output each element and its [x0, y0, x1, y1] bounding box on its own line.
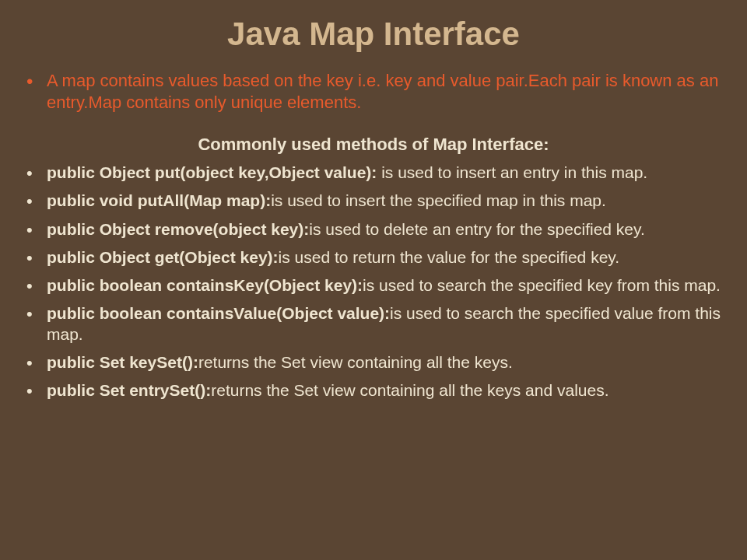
method-signature: public boolean containsValue(Object valu…	[47, 304, 390, 322]
method-signature: public boolean containsKey(Object key):	[47, 276, 363, 294]
method-signature: public Set entrySet():	[47, 381, 211, 399]
intro-text: A map contains values based on the key i…	[23, 70, 724, 113]
method-description: is used to insert an entry in this map.	[377, 163, 647, 181]
method-signature: public Object remove(object key):	[47, 220, 309, 238]
list-item: public Set keySet():returns the Set view…	[23, 352, 724, 373]
method-description: is used to return the value for the spec…	[279, 248, 620, 266]
method-signature: public Object get(Object key):	[47, 248, 279, 266]
list-item: public Object get(Object key):is used to…	[23, 247, 724, 268]
method-description: returns the Set view containing all the …	[198, 353, 513, 371]
list-item: public Set entrySet():returns the Set vi…	[23, 380, 724, 401]
methods-subtitle: Commonly used methods of Map Interface:	[23, 135, 724, 155]
slide-title: Java Map Interface	[23, 16, 724, 53]
method-description: returns the Set view containing all the …	[211, 381, 608, 399]
intro-paragraph: A map contains values based on the key i…	[23, 70, 724, 113]
method-description: is used to search the specified key from…	[363, 276, 721, 294]
method-description: is used to insert the specified map in t…	[271, 191, 606, 209]
method-signature: public Set keySet():	[47, 353, 198, 371]
list-item: public boolean containsValue(Object valu…	[23, 303, 724, 345]
list-item: public boolean containsKey(Object key):i…	[23, 275, 724, 296]
list-item: public Object remove(object key):is used…	[23, 219, 724, 240]
method-description: is used to delete an entry for the speci…	[309, 220, 645, 238]
method-signature: public Object put(object key,Object valu…	[47, 163, 377, 181]
methods-list: public Object put(object key,Object valu…	[23, 163, 724, 401]
method-signature: public void putAll(Map map):	[47, 191, 271, 209]
list-item: public Object put(object key,Object valu…	[23, 163, 724, 183]
list-item: public void putAll(Map map):is used to i…	[23, 191, 724, 211]
